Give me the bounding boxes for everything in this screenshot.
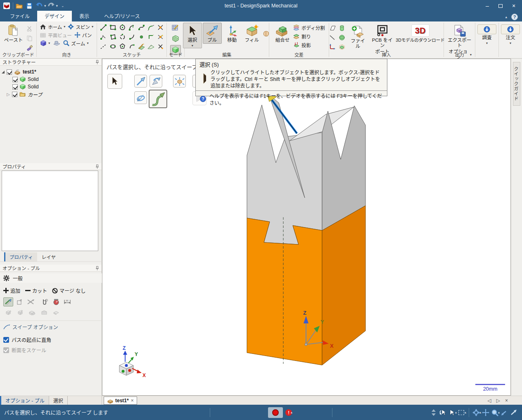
pin-icon[interactable] [95, 60, 99, 64]
investigate-button[interactable]: 調査 ▾ [476, 23, 498, 46]
copy-icon[interactable] [25, 34, 34, 43]
insert-origin-icon[interactable] [337, 43, 346, 51]
pan-button[interactable]: パン [74, 31, 92, 39]
result-option5-icon[interactable] [51, 308, 61, 317]
home-view-button[interactable]: ホーム▾ [40, 23, 65, 31]
order-button[interactable]: 注文 ▾ [499, 23, 522, 46]
dimension-button[interactable]: XX [62, 297, 72, 306]
download-3d-button[interactable]: 3D 3Dモデルのダウンロード [396, 23, 445, 43]
tab-file[interactable]: ファイル [2, 11, 37, 21]
insert-file-button[interactable]: ファイル [347, 24, 368, 50]
sketch-spline-icon[interactable] [137, 23, 146, 32]
plan-view-button[interactable]: 平面ビュー [40, 31, 72, 39]
sketch-delete-icon[interactable] [156, 42, 165, 51]
pcb-import-button[interactable]: PCB をイン ポート [370, 23, 395, 56]
pin-icon[interactable] [95, 164, 99, 169]
sketch-arc-icon[interactable] [128, 33, 136, 41]
sketch-construction-line-icon[interactable] [99, 42, 108, 51]
insert-cylinder-icon[interactable] [337, 24, 346, 32]
save-button[interactable] [24, 1, 34, 10]
tree-item-curves[interactable]: ▷ カーブ [2, 90, 100, 98]
redo-dropdown-icon[interactable]: ▾ [56, 4, 58, 8]
checkbox[interactable] [12, 84, 18, 90]
split-body-button[interactable]: ボディ分割 [293, 24, 325, 31]
tab-help-resources[interactable]: ヘルプ/リソース [97, 11, 147, 21]
insert-plane-icon[interactable] [328, 24, 337, 32]
quick-guide-tab[interactable]: クイックガイド [513, 62, 520, 106]
result-option1-icon[interactable] [3, 308, 13, 317]
pin-icon[interactable] [95, 266, 99, 271]
sweep-tool-button[interactable] [3, 297, 13, 306]
status-select-back-icon[interactable] [438, 408, 447, 417]
mini-sweep-button[interactable] [149, 90, 167, 108]
sketch-spline2-icon[interactable] [99, 33, 108, 41]
result-option3-icon[interactable] [27, 308, 37, 317]
help-icon[interactable]: ? [511, 14, 518, 20]
insert-axis-icon[interactable] [328, 43, 337, 51]
tab-layers[interactable]: レイヤ [38, 252, 60, 261]
checkbox[interactable] [12, 92, 17, 97]
record-button[interactable] [268, 407, 283, 418]
insert-line-icon[interactable] [328, 33, 337, 42]
pull-button[interactable]: プル [203, 23, 222, 44]
combine-button[interactable]: 組合せ [273, 23, 292, 44]
mini-revolve-button[interactable] [134, 91, 147, 104]
status-home-view-icon[interactable] [509, 408, 518, 417]
sketch-view-button[interactable] [52, 39, 61, 47]
paste-button[interactable]: ペースト [2, 23, 24, 44]
tab-next-icon[interactable]: ▷ [496, 398, 500, 403]
mini-scale-body-button[interactable] [173, 75, 186, 88]
gauge-button[interactable] [51, 297, 61, 306]
measure-button[interactable] [40, 297, 50, 306]
tab-properties[interactable]: プロパティ [4, 252, 37, 261]
sketch-plane-icon[interactable] [137, 42, 146, 51]
checkbox[interactable] [12, 77, 18, 82]
checkbox-scale-section[interactable] [3, 347, 9, 353]
collapse-ribbon-icon[interactable]: ▴ [505, 15, 507, 19]
tab-close-icon[interactable]: × [505, 398, 508, 403]
sketch-polygon-icon[interactable] [118, 42, 127, 51]
select-button[interactable]: 選択 ▾ [183, 23, 202, 48]
mini-pull-face-button[interactable] [149, 75, 162, 88]
checkbox[interactable] [7, 69, 12, 75]
zoom-button[interactable]: ズーム▾ [63, 39, 88, 47]
pull-direction-button[interactable] [14, 297, 24, 306]
checkbox-perpendicular[interactable] [3, 337, 9, 343]
cut-option[interactable]: カット [25, 287, 47, 294]
quick-access-customize-icon[interactable]: ⌄ [61, 4, 64, 8]
sketch-three-point-arc-icon[interactable] [128, 42, 136, 51]
merge-option[interactable]: マージ なし [52, 287, 85, 294]
view-cube-button[interactable]: ▾ [40, 39, 50, 47]
insert-sphere-icon[interactable] [337, 33, 346, 42]
app-logo-icon[interactable] [2, 1, 12, 10]
sketch-rectangle2-icon[interactable] [109, 33, 117, 41]
tree-item-root[interactable]: test1* [2, 68, 100, 76]
sketch-ellipse-icon[interactable] [109, 42, 117, 51]
sketch-line-icon[interactable] [99, 23, 108, 32]
tab-selection[interactable]: 選択 [49, 396, 68, 405]
sketch-tangent-arc-icon[interactable] [128, 23, 136, 32]
status-plan-view-icon[interactable] [500, 408, 509, 417]
properties-box[interactable] [2, 171, 98, 251]
status-spinner-icon[interactable] [429, 408, 438, 417]
close-button[interactable]: × [507, 1, 520, 11]
redo-button[interactable] [46, 1, 56, 10]
minimize-button[interactable]: – [481, 1, 494, 11]
sketch-chamfer-icon[interactable] [147, 33, 155, 41]
tree-item-solid2[interactable]: Solid [2, 83, 100, 90]
result-option2-icon[interactable] [15, 308, 25, 317]
cut-icon[interactable] [25, 24, 34, 33]
undo-button[interactable] [34, 1, 44, 10]
viewport[interactable]: パスを選択し、それに沿ってスイープしま [102, 59, 511, 396]
open-button[interactable] [14, 1, 24, 10]
tree-item-solid1[interactable]: Solid [2, 76, 100, 83]
model-canvas[interactable]: Z Y X Z Y X 20mm [102, 59, 511, 396]
sketch-rectangle-icon[interactable] [109, 23, 117, 32]
mini-select-button[interactable] [107, 74, 122, 89]
corner-triad[interactable]: Z Y X [119, 345, 146, 378]
mini-pull-button[interactable] [134, 75, 147, 88]
sketch-mode-button[interactable] [170, 23, 181, 33]
fill-button[interactable]: フィル [242, 23, 261, 44]
expander-open-icon[interactable] [2, 71, 5, 74]
result-option4-icon[interactable] [39, 308, 49, 317]
